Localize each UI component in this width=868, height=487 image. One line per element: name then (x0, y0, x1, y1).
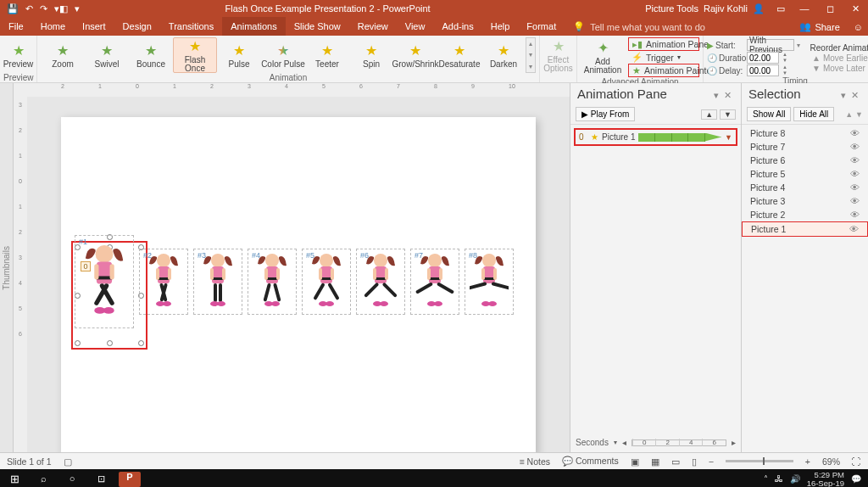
tab-insert[interactable]: Insert (74, 17, 114, 36)
selection-item-picture-7[interactable]: Picture 7👁 (742, 140, 868, 154)
hide-all-button[interactable]: Hide All (793, 107, 834, 121)
close-pane-icon[interactable]: ✕ (721, 90, 734, 100)
system-tray[interactable]: ˄ 🖧 🔊 5:29 PM16-Sep-19 💬 (757, 471, 868, 488)
undo-icon[interactable]: ↶ (25, 3, 33, 14)
picture-7[interactable]: #7 (410, 249, 459, 315)
selection-item-picture-4[interactable]: Picture 4👁 (742, 181, 868, 194)
picture-6[interactable]: #6 (356, 249, 405, 315)
feedback-icon[interactable]: ☺ (849, 19, 868, 36)
effect-spin[interactable]: ★Spin (349, 37, 393, 73)
comments-button[interactable]: 💬 Comments (562, 456, 619, 467)
tab-format[interactable]: Format (518, 17, 565, 36)
selection-item-picture-2[interactable]: Picture 2👁 (742, 208, 868, 221)
pane-dropdown-icon[interactable]: ▾ (838, 90, 849, 100)
duration-input[interactable] (747, 52, 779, 64)
selection-item-picture-1[interactable]: Picture 1👁 (742, 221, 868, 237)
zoom-slider[interactable] (726, 460, 793, 462)
effect-zoom[interactable]: ★Zoom (41, 37, 85, 73)
spinner[interactable]: ▲▼ (782, 64, 788, 76)
volume-icon[interactable]: 🔊 (790, 474, 800, 484)
tab-animations[interactable]: Animations (222, 17, 285, 36)
cortana-icon[interactable]: ○ (58, 469, 86, 487)
animation-painter-button[interactable]: ★Animation Painter (628, 64, 699, 77)
move-up-icon[interactable]: ▲ (701, 109, 717, 120)
network-icon[interactable]: 🖧 (775, 474, 783, 484)
resize-handle[interactable] (138, 340, 144, 346)
visibility-icon[interactable]: 👁 (849, 224, 859, 234)
save-icon[interactable]: 💾 (7, 3, 19, 14)
picture-3[interactable]: #3 (193, 249, 242, 315)
visibility-icon[interactable]: 👁 (850, 210, 860, 220)
normal-view-icon[interactable]: ▣ (631, 456, 639, 467)
slide-counter[interactable]: Slide 1 of 1 (7, 456, 52, 467)
animation-list-item[interactable]: 0 ★ Picture 1 ▼ (574, 128, 737, 146)
picture-2[interactable]: #2 (139, 249, 188, 315)
sorter-view-icon[interactable]: ▦ (651, 456, 659, 467)
reading-view-icon[interactable]: ▭ (671, 456, 680, 467)
show-all-button[interactable]: Show All (747, 107, 791, 121)
tab-view[interactable]: View (397, 17, 434, 36)
move-down-icon[interactable]: ▼ (855, 110, 863, 119)
move-up-icon[interactable]: ▲ (845, 110, 853, 119)
effect-darken[interactable]: ★Darken (481, 37, 526, 73)
tab-help[interactable]: Help (482, 17, 519, 36)
maximize-icon[interactable]: ◻ (817, 0, 843, 17)
picture-1[interactable]: #1 (75, 235, 134, 328)
minimize-icon[interactable]: — (792, 0, 817, 17)
start-icon[interactable]: ⊞ (0, 469, 29, 487)
tab-slideshow[interactable]: Slide Show (286, 17, 349, 36)
slide-canvas[interactable]: 21012345678910 0 #1 #2 #3 (27, 83, 570, 452)
animation-order-tag[interactable]: 0 (81, 261, 91, 271)
fit-to-window-icon[interactable]: ⛶ (852, 456, 861, 467)
selection-item-picture-6[interactable]: Picture 6👁 (742, 154, 868, 167)
slideshow-view-icon[interactable]: ▯ (692, 456, 697, 467)
picture-5[interactable]: #5 (302, 249, 351, 315)
effect-swivel[interactable]: ★Swivel (85, 37, 129, 73)
tell-me[interactable]: 💡Tell me what you want to do (565, 18, 714, 36)
selection-item-picture-5[interactable]: Picture 5👁 (742, 167, 868, 181)
effect-teeter[interactable]: ★Teeter (305, 37, 349, 73)
tab-home[interactable]: Home (32, 17, 74, 36)
visibility-icon[interactable]: 👁 (850, 169, 860, 179)
effect-grow/shrink[interactable]: ★Grow/Shrink (393, 37, 437, 73)
picture-4[interactable]: #4 (248, 249, 297, 315)
resize-handle[interactable] (75, 340, 81, 346)
resize-handle[interactable] (107, 340, 113, 346)
tab-addins[interactable]: Add-ins (433, 17, 481, 36)
zoom-out-icon[interactable]: − (709, 456, 714, 467)
effect-pulse[interactable]: ★Pulse (217, 37, 261, 73)
thumbnails-panel[interactable]: Thumbnails (0, 83, 14, 452)
trigger-button[interactable]: ⚡Trigger▾ (628, 51, 699, 64)
animation-pane-button[interactable]: ▸▮Animation Pane (628, 37, 699, 51)
tab-file[interactable]: File (0, 17, 32, 36)
user-account[interactable]: Rajiv Kohli 👤 (698, 3, 770, 14)
preview-button[interactable]: ★Preview (0, 37, 41, 73)
effect-flash-once[interactable]: ★Flash Once (173, 37, 217, 73)
play-from-button[interactable]: ▶ Play From (576, 107, 635, 121)
chevron-down-icon[interactable]: ▾ (614, 439, 617, 446)
tab-review[interactable]: Review (349, 17, 397, 36)
ribbon-options-icon[interactable]: ▭ (770, 3, 792, 14)
delay-input[interactable] (747, 64, 779, 76)
chevron-down-icon[interactable]: ▾ (797, 42, 800, 49)
share-button[interactable]: 👥Share (791, 18, 848, 36)
tab-transitions[interactable]: Transitions (160, 17, 222, 36)
scroll-right-icon[interactable]: ▸ (732, 438, 736, 447)
powerpoint-taskbar-icon[interactable]: P (119, 472, 141, 487)
notes-button[interactable]: ≡ Notes (520, 456, 550, 467)
start-select[interactable]: With Previous (747, 39, 794, 51)
clock[interactable]: 5:29 PM16-Sep-19 (807, 471, 844, 488)
close-icon[interactable]: ✕ (843, 0, 868, 17)
notifications-icon[interactable]: 💬 (851, 474, 861, 484)
zoom-level[interactable]: 69% (822, 456, 840, 467)
slide[interactable]: 0 #1 #2 #3 #4 (61, 117, 536, 452)
add-animation-button[interactable]: ✦Add Animation (581, 40, 625, 76)
effect-bounce[interactable]: ★Bounce (129, 37, 173, 73)
search-icon[interactable]: ⌕ (29, 469, 58, 487)
tray-chevron-icon[interactable]: ˄ (764, 474, 768, 484)
chevron-down-icon[interactable]: ▼ (725, 133, 732, 142)
spinner[interactable]: ▲▼ (782, 52, 788, 64)
close-pane-icon[interactable]: ✕ (849, 90, 861, 100)
visibility-icon[interactable]: 👁 (850, 182, 860, 193)
selection-item-picture-8[interactable]: Picture 8👁 (742, 126, 868, 140)
